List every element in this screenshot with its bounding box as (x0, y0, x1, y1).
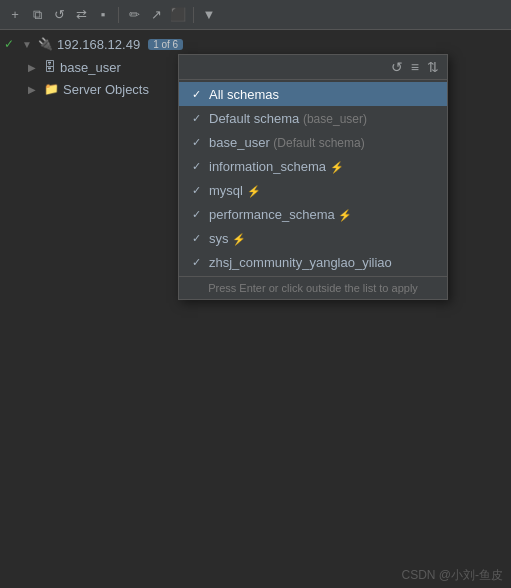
schema-item-all[interactable]: ✓ All schemas (179, 82, 447, 106)
schema-list: ✓ All schemas ✓ Default schema (base_use… (179, 80, 447, 276)
expand-arrow-base-user: ▶ (28, 62, 40, 73)
connection-badge: 1 of 6 (148, 39, 183, 50)
separator2 (193, 7, 194, 23)
label-info-schema: information_schema ⚡ (209, 159, 344, 174)
grid-icon[interactable]: ⬛ (169, 6, 187, 24)
check-base-user-schema: ✓ (189, 136, 203, 149)
square-icon[interactable]: ▪ (94, 6, 112, 24)
check-mysql: ✓ (189, 184, 203, 197)
lightning-sys: ⚡ (232, 233, 246, 245)
label-base-user-schema: base_user (Default schema) (209, 135, 365, 150)
dropdown-footer: Press Enter or click outside the list to… (179, 276, 447, 299)
connection-label: 192.168.12.49 (57, 37, 140, 52)
schema-item-sys[interactable]: ✓ sys ⚡ (179, 226, 447, 250)
check-default-schema: ✓ (189, 112, 203, 125)
filter-tree-icon[interactable]: ⇄ (72, 6, 90, 24)
label-base-user: base_user (60, 60, 121, 75)
add-icon[interactable]: + (6, 6, 24, 24)
copy-icon[interactable]: ⧉ (28, 6, 46, 24)
filter-icon[interactable]: ▼ (200, 6, 218, 24)
connection-icon: 🔌 (38, 37, 53, 51)
label-perf-schema: performance_schema ⚡ (209, 207, 352, 222)
connection-expand[interactable]: ▼ (22, 39, 34, 50)
label-all-schemas: All schemas (209, 87, 279, 102)
check-zhsj: ✓ (189, 256, 203, 269)
schema-item-base-user[interactable]: ✓ base_user (Default schema) (179, 130, 447, 154)
refresh-icon[interactable]: ↺ (50, 6, 68, 24)
separator (118, 7, 119, 23)
dd-list-icon[interactable]: ≡ (411, 59, 419, 75)
dd-sort-icon[interactable]: ⇅ (427, 59, 439, 75)
folder-icon-server-objects: 📁 (44, 82, 59, 96)
edit-icon[interactable]: ✏ (125, 6, 143, 24)
check-info-schema: ✓ (189, 160, 203, 173)
label-sys: sys ⚡ (209, 231, 246, 246)
schema-item-zhsj[interactable]: ✓ zhsj_community_yanglao_yiliao (179, 250, 447, 274)
footer-hint: Press Enter or click outside the list to… (208, 282, 418, 294)
main-toolbar: + ⧉ ↺ ⇄ ▪ ✏ ↗ ⬛ ▼ (0, 0, 511, 30)
check-sys: ✓ (189, 232, 203, 245)
label-zhsj: zhsj_community_yanglao_yiliao (209, 255, 392, 270)
schema-item-default[interactable]: ✓ Default schema (base_user) (179, 106, 447, 130)
connection-check: ✓ (4, 37, 18, 51)
expand-arrow-server-objects: ▶ (28, 84, 40, 95)
lightning-perf-schema: ⚡ (338, 209, 352, 221)
watermark: CSDN @小刘-鱼皮 (401, 567, 503, 584)
db-icon-base-user: 🗄 (44, 60, 56, 74)
connection-row[interactable]: ✓ ▼ 🔌 192.168.12.49 1 of 6 (0, 32, 511, 56)
dropdown-toolbar: ↺ ≡ ⇅ (179, 55, 447, 80)
label-server-objects: Server Objects (63, 82, 149, 97)
schema-item-mysql[interactable]: ✓ mysql ⚡ (179, 178, 447, 202)
check-perf-schema: ✓ (189, 208, 203, 221)
link-icon[interactable]: ↗ (147, 6, 165, 24)
label-mysql: mysql ⚡ (209, 183, 261, 198)
lightning-mysql: ⚡ (247, 185, 261, 197)
schema-item-info-schema[interactable]: ✓ information_schema ⚡ (179, 154, 447, 178)
label-default-schema: Default schema (base_user) (209, 111, 367, 126)
lightning-info-schema: ⚡ (330, 161, 344, 173)
dd-refresh-icon[interactable]: ↺ (391, 59, 403, 75)
schema-item-perf-schema[interactable]: ✓ performance_schema ⚡ (179, 202, 447, 226)
schema-dropdown: ↺ ≡ ⇅ ✓ All schemas ✓ Default schema (ba… (178, 54, 448, 300)
check-all-schemas: ✓ (189, 88, 203, 101)
